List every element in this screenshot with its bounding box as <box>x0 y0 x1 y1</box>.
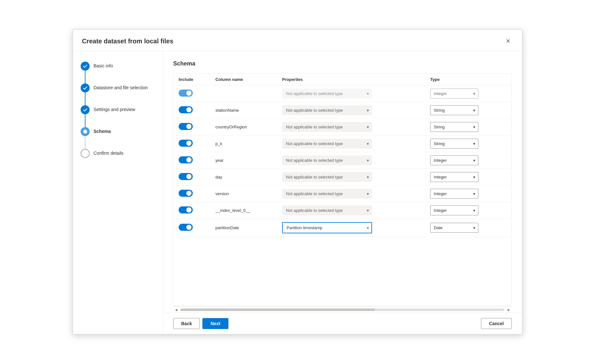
prop-wrapper-row-version: Not applicable to selected typePartition… <box>282 189 372 199</box>
sidebar-item-basic-info[interactable]: Basic info <box>93 62 113 69</box>
dialog-header: Create dataset from local files ✕ <box>73 30 522 51</box>
prop-dropdown-row-year[interactable]: Not applicable to selected typePartition… <box>282 155 372 165</box>
toggle-row-version[interactable] <box>179 190 193 197</box>
col-name-row-index: __index_level_0__ <box>210 202 277 219</box>
toggle-cell-row-countryOrRegion <box>173 119 210 135</box>
step-row-confirm: Confirm details <box>81 149 155 158</box>
prop-dropdown-row-partitionDate[interactable]: Not applicable to selected typePartition… <box>282 222 372 233</box>
step-circle-confirm <box>81 149 90 158</box>
sidebar-item-schema[interactable]: Schema <box>93 127 111 135</box>
type-dropdown-row-index[interactable]: IntegerStringDateBooleanDoubleFloatLong <box>430 205 478 215</box>
step-row-settings: Settings and preview <box>81 105 155 127</box>
toggle-cell-row-partitionDate <box>173 219 210 237</box>
toggle-cell-row-partial <box>173 85 210 102</box>
prop-cell-row-year: Not applicable to selected typePartition… <box>277 152 425 169</box>
prop-dropdown-row-stationName[interactable]: Not applicable to selected typePartition… <box>282 105 372 115</box>
toggle-row-partitionDate[interactable] <box>179 224 193 231</box>
close-button[interactable]: ✕ <box>503 36 513 46</box>
table-row: yearNot applicable to selected typeParti… <box>173 152 511 169</box>
prop-wrapper-row-partitionDate: Not applicable to selected typePartition… <box>282 222 372 233</box>
step-meta-settings <box>81 105 90 127</box>
prop-wrapper-row-day: Not applicable to selected typePartition… <box>282 172 372 182</box>
step-meta-datastore <box>81 83 90 105</box>
toggle-row-p_k[interactable] <box>179 140 193 147</box>
toggle-row-countryOrRegion[interactable] <box>179 123 193 130</box>
type-cell-row-partitionDate: IntegerStringDateBooleanDoubleFloatLong <box>425 219 511 237</box>
col-name-row-day: day <box>210 169 277 186</box>
schema-table-scroll[interactable]: Include Column name Properties Type Not … <box>173 74 512 306</box>
type-dropdown-row-countryOrRegion[interactable]: IntegerStringDateBooleanDoubleFloatLong <box>430 122 478 132</box>
type-cell-row-year: IntegerStringDateBooleanDoubleFloatLong <box>425 152 511 169</box>
toggle-row-day[interactable] <box>179 173 193 180</box>
type-wrapper-row-year: IntegerStringDateBooleanDoubleFloatLong <box>430 155 478 165</box>
prop-wrapper-row-p_k: Not applicable to selected typePartition… <box>282 139 372 149</box>
sidebar-item-confirm[interactable]: Confirm details <box>93 149 123 157</box>
cancel-button[interactable]: Cancel <box>481 318 512 329</box>
prop-dropdown-row-countryOrRegion[interactable]: Not applicable to selected typePartition… <box>282 122 372 132</box>
type-dropdown-row-stationName[interactable]: IntegerStringDateBooleanDoubleFloatLong <box>430 105 478 115</box>
type-dropdown-row-partitionDate[interactable]: IntegerStringDateBooleanDoubleFloatLong <box>430 223 478 233</box>
table-row: dayNot applicable to selected typePartit… <box>173 169 511 186</box>
table-row: stationNameNot applicable to selected ty… <box>173 102 511 119</box>
col-name-row-partial <box>210 85 277 102</box>
footer-left: Back Next <box>173 318 228 329</box>
prop-dropdown-row-partial[interactable]: Not applicable to selected typePartition… <box>282 89 372 99</box>
type-dropdown-row-day[interactable]: IntegerStringDateBooleanDoubleFloatLong <box>430 172 478 182</box>
step-meta-confirm <box>81 149 90 158</box>
table-row: __index_level_0__Not applicable to selec… <box>173 202 511 219</box>
type-cell-row-p_k: IntegerStringDateBooleanDoubleFloatLong <box>425 135 511 152</box>
scroll-left-arrow[interactable]: ◄ <box>173 308 179 312</box>
toggle-row-stationName[interactable] <box>179 106 193 113</box>
type-dropdown-row-partial[interactable]: IntegerStringDateBooleanDoubleFloatLong <box>430 89 478 99</box>
scroll-right-arrow[interactable]: ► <box>506 308 512 312</box>
table-row: countryOrRegionNot applicable to selecte… <box>173 119 511 135</box>
toggle-cell-row-stationName <box>173 102 210 119</box>
col-name-row-stationName: stationName <box>210 102 277 119</box>
prop-cell-row-stationName: Not applicable to selected typePartition… <box>277 102 425 119</box>
type-cell-row-index: IntegerStringDateBooleanDoubleFloatLong <box>425 202 511 219</box>
type-dropdown-row-p_k[interactable]: IntegerStringDateBooleanDoubleFloatLong <box>430 139 478 149</box>
main-content: Schema Include Column name Properties Ty… <box>163 51 522 334</box>
toggle-row-partial[interactable] <box>179 90 193 97</box>
close-icon: ✕ <box>506 38 511 45</box>
toggle-cell-row-p_k <box>173 135 210 152</box>
prop-cell-row-day: Not applicable to selected typePartition… <box>277 169 425 186</box>
prop-dropdown-row-version[interactable]: Not applicable to selected typePartition… <box>282 189 372 199</box>
col-name-row-partitionDate: partitionDate <box>210 219 277 237</box>
prop-dropdown-row-day[interactable]: Not applicable to selected typePartition… <box>282 172 372 182</box>
schema-table: Include Column name Properties Type Not … <box>173 74 511 237</box>
step-meta-schema <box>81 127 90 149</box>
dialog-footer: Back Next Cancel <box>163 313 522 334</box>
step-circle-schema <box>81 127 90 136</box>
step-row-schema: Schema <box>81 127 155 149</box>
type-dropdown-row-version[interactable]: IntegerStringDateBooleanDoubleFloatLong <box>430 189 478 199</box>
col-header-properties: Properties <box>277 74 425 85</box>
footer-right: Cancel <box>481 318 512 329</box>
toggle-row-index[interactable] <box>179 206 193 213</box>
schema-section-title: Schema <box>173 60 512 67</box>
col-name-row-year: year <box>210 152 277 169</box>
prop-cell-row-countryOrRegion: Not applicable to selected typePartition… <box>277 119 425 135</box>
sidebar-item-datastore[interactable]: Datastore and file selection <box>93 83 148 91</box>
type-wrapper-row-stationName: IntegerStringDateBooleanDoubleFloatLong <box>430 105 478 115</box>
table-row: Not applicable to selected typePartition… <box>173 85 511 102</box>
step-line-3 <box>85 114 85 127</box>
toggle-row-year[interactable] <box>179 156 193 163</box>
prop-cell-row-index: Not applicable to selected typePartition… <box>277 202 425 219</box>
prop-dropdown-row-p_k[interactable]: Not applicable to selected typePartition… <box>282 139 372 149</box>
h-scroll-thumb <box>181 308 375 311</box>
back-button[interactable]: Back <box>173 318 200 329</box>
type-dropdown-row-year[interactable]: IntegerStringDateBooleanDoubleFloatLong <box>430 155 478 165</box>
toggle-cell-row-version <box>173 186 210 202</box>
prop-cell-row-partitionDate: Not applicable to selected typePartition… <box>277 219 425 237</box>
type-wrapper-row-p_k: IntegerStringDateBooleanDoubleFloatLong <box>430 139 478 149</box>
type-wrapper-row-partial: IntegerStringDateBooleanDoubleFloatLong <box>430 89 478 99</box>
next-button[interactable]: Next <box>202 318 228 329</box>
prop-wrapper-row-countryOrRegion: Not applicable to selected typePartition… <box>282 122 372 132</box>
dialog-body: Basic info Datastore and file selection <box>73 51 522 334</box>
toggle-cell-row-day <box>173 169 210 186</box>
col-name-row-countryOrRegion: countryOrRegion <box>210 119 277 135</box>
col-header-include: Include <box>173 74 210 85</box>
prop-dropdown-row-index[interactable]: Not applicable to selected typePartition… <box>282 205 372 215</box>
sidebar-item-settings[interactable]: Settings and preview <box>93 105 135 113</box>
